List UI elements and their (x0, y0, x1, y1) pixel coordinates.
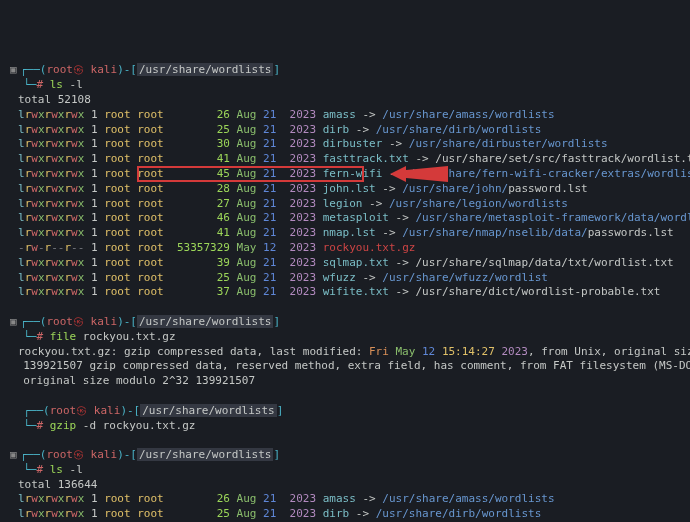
terminal-output: ▣┌──(root㉿ kali)-[/usr/share/wordlists] … (10, 63, 690, 522)
